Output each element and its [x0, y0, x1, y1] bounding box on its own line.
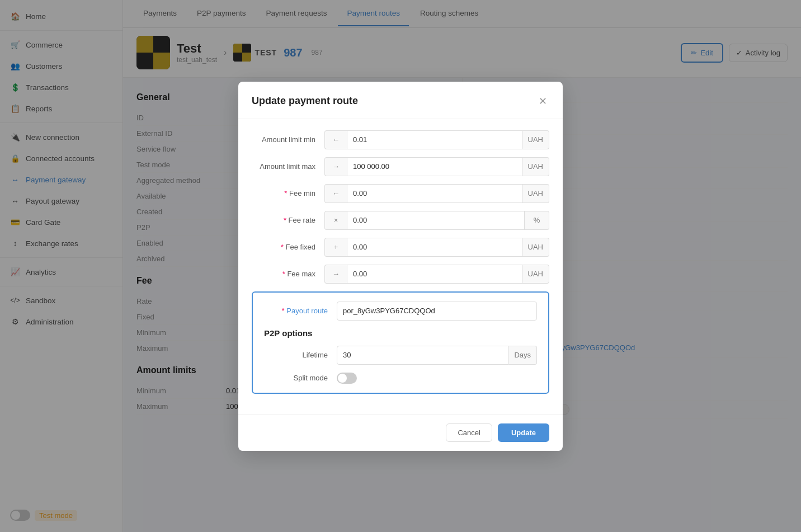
fee-max-input[interactable]	[347, 265, 522, 284]
amount-limit-max-label: Amount limit max	[252, 162, 324, 171]
modal-close-button[interactable]: ✕	[536, 93, 549, 110]
amount-limit-max-controls: → UAH	[324, 157, 549, 176]
amount-limit-min-controls: ← UAH	[324, 130, 549, 149]
payout-route-row: Payout route	[264, 302, 537, 321]
amount-limit-min-input[interactable]	[347, 130, 522, 149]
fee-max-row: Fee max → UAH	[252, 265, 549, 284]
fee-fixed-input[interactable]	[347, 238, 522, 257]
split-mode-toggle[interactable]	[337, 373, 357, 384]
update-payment-route-modal: Update payment route ✕ Amount limit min …	[238, 82, 563, 451]
modal-footer: Cancel Update	[238, 414, 563, 451]
lifetime-row: Lifetime Days	[264, 346, 537, 365]
payout-route-input[interactable]	[337, 302, 537, 321]
fee-max-controls: → UAH	[324, 265, 549, 284]
lifetime-label: Lifetime	[264, 351, 337, 359]
amount-limit-max-row: Amount limit max → UAH	[252, 157, 549, 176]
p2p-section-title: P2P options	[264, 328, 537, 338]
fee-fixed-prefix: +	[324, 238, 347, 257]
fee-rate-controls: × %	[324, 211, 549, 230]
split-mode-label-modal: Split mode	[264, 374, 337, 382]
fee-fixed-controls: + UAH	[324, 238, 549, 257]
fee-max-prefix: →	[324, 265, 347, 284]
split-mode-row-modal: Split mode	[264, 373, 537, 384]
fee-fixed-label: Fee fixed	[252, 243, 324, 251]
modal-header: Update payment route ✕	[238, 82, 563, 119]
lifetime-input[interactable]	[337, 346, 508, 365]
fee-min-controls: ← UAH	[324, 184, 549, 203]
fee-max-label: Fee max	[252, 270, 324, 278]
fee-min-prefix: ←	[324, 184, 347, 203]
fee-max-suffix: UAH	[522, 265, 549, 284]
fee-min-row: Fee min ← UAH	[252, 184, 549, 203]
amount-limit-min-label: Amount limit min	[252, 135, 324, 144]
modal-title: Update payment route	[252, 95, 358, 107]
amount-min-suffix: UAH	[522, 130, 549, 149]
modal-overlay: Update payment route ✕ Amount limit min …	[0, 0, 801, 532]
amount-limit-max-input[interactable]	[347, 157, 522, 176]
fee-rate-row: Fee rate × %	[252, 211, 549, 230]
amount-min-prefix: ←	[324, 130, 347, 149]
fee-rate-suffix: %	[525, 211, 549, 230]
cancel-button[interactable]: Cancel	[446, 423, 492, 442]
fee-rate-label: Fee rate	[252, 216, 324, 224]
update-button[interactable]: Update	[498, 423, 549, 442]
fee-min-input[interactable]	[347, 184, 522, 203]
modal-body: Amount limit min ← UAH Amount limit max …	[238, 119, 563, 414]
lifetime-suffix: Days	[508, 346, 537, 365]
fee-fixed-row: Fee fixed + UAH	[252, 238, 549, 257]
amount-limit-min-row: Amount limit min ← UAH	[252, 130, 549, 149]
amount-max-prefix: →	[324, 157, 347, 176]
lifetime-controls: Days	[337, 346, 537, 365]
fee-rate-prefix: ×	[324, 211, 347, 230]
fee-min-suffix: UAH	[522, 184, 549, 203]
payout-route-label: Payout route	[264, 307, 337, 315]
fee-min-label: Fee min	[252, 189, 324, 197]
fee-fixed-suffix: UAH	[522, 238, 549, 257]
fee-rate-input[interactable]	[347, 211, 525, 230]
amount-max-suffix: UAH	[522, 157, 549, 176]
p2p-options-section: Payout route P2P options Lifetime Days S…	[252, 291, 549, 394]
